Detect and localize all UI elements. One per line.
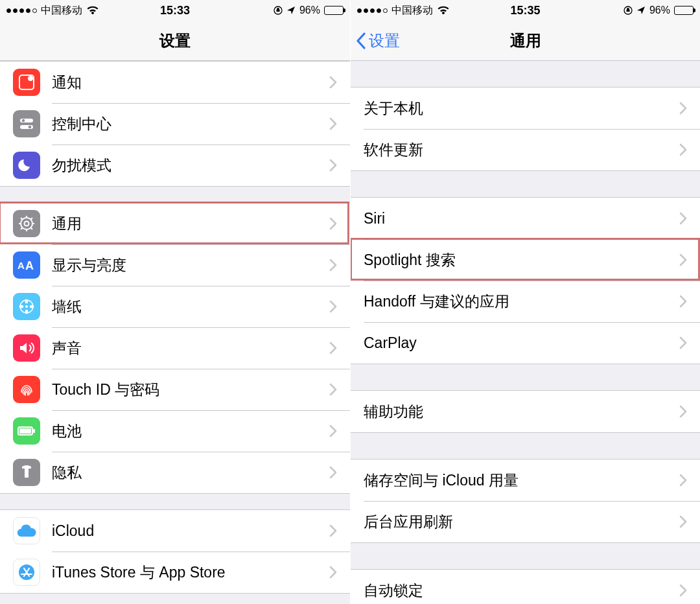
settings-row[interactable]: 辅助功能 xyxy=(351,391,700,432)
clock: 15:35 xyxy=(351,4,700,17)
row-label: 电池 xyxy=(52,421,329,441)
settings-row[interactable]: 控制中心 xyxy=(0,103,350,145)
battery-icon xyxy=(674,6,694,15)
svg-point-24 xyxy=(30,305,34,308)
svg-point-4 xyxy=(22,119,25,122)
chevron-right-icon xyxy=(679,515,687,528)
chevron-right-icon xyxy=(679,405,687,418)
svg-point-22 xyxy=(25,310,29,314)
settings-row[interactable]: iTunes Store 与 App Store xyxy=(0,552,350,593)
row-label: 通知 xyxy=(52,73,329,93)
settings-row[interactable]: 储存空间与 iCloud 用量 xyxy=(351,459,700,501)
settings-row[interactable]: 后台应用刷新 xyxy=(351,501,700,542)
nav-bar: 设置 通用 xyxy=(351,21,700,61)
settings-row[interactable]: AA显示与亮度 xyxy=(0,244,350,286)
general-group: 储存空间与 iCloud 用量后台应用刷新 xyxy=(351,459,700,543)
settings-row[interactable]: 声音 xyxy=(0,327,350,369)
settings-row[interactable]: Handoff 与建议的应用 xyxy=(351,281,700,322)
chevron-right-icon xyxy=(329,524,337,537)
settings-row[interactable]: 通知 xyxy=(0,62,350,103)
chevron-right-icon xyxy=(679,143,687,156)
row-label: 软件更新 xyxy=(364,140,679,160)
settings-group-1: 通知控制中心勿扰模式 xyxy=(0,61,350,187)
row-label: iCloud xyxy=(52,522,329,540)
row-label: 声音 xyxy=(52,338,329,358)
settings-row[interactable]: Spotlight 搜索 xyxy=(351,239,700,281)
phone-general: 中国移动 15:35 96% 设置 通用 关于本机软件更新SiriSpotlig… xyxy=(350,0,700,604)
general-group: 辅助功能 xyxy=(351,390,700,433)
display-icon: AA xyxy=(13,251,40,279)
chevron-right-icon xyxy=(329,342,337,354)
status-bar: 中国移动 15:33 96% xyxy=(0,0,350,21)
settings-row[interactable]: 通用 xyxy=(0,203,350,244)
chevron-right-icon xyxy=(679,584,687,597)
chevron-right-icon xyxy=(329,117,337,130)
row-label: 后台应用刷新 xyxy=(364,512,679,532)
chevron-right-icon xyxy=(679,295,687,308)
row-label: 储存空间与 iCloud 用量 xyxy=(364,470,679,491)
settings-row[interactable]: 勿扰模式 xyxy=(0,145,350,186)
settings-row[interactable]: 墙纸 xyxy=(0,286,350,327)
chevron-right-icon xyxy=(329,159,337,172)
settings-row[interactable]: 电池 xyxy=(0,410,350,452)
chevron-right-icon xyxy=(329,566,337,579)
nav-bar: 设置 xyxy=(0,21,350,61)
general-icon xyxy=(13,210,40,237)
chevron-right-icon xyxy=(679,336,687,349)
chevron-right-icon xyxy=(329,383,337,396)
row-label: Siri xyxy=(364,210,679,227)
chevron-right-icon xyxy=(329,259,337,272)
row-label: 通用 xyxy=(52,214,329,234)
chevron-right-icon xyxy=(679,474,687,487)
clock: 15:33 xyxy=(0,4,350,17)
nav-title: 设置 xyxy=(0,30,350,51)
general-group: SiriSpotlight 搜索Handoff 与建议的应用CarPlay xyxy=(351,197,700,364)
chevron-right-icon xyxy=(329,424,337,437)
battery-icon xyxy=(324,6,344,15)
row-label: Spotlight 搜索 xyxy=(364,250,679,270)
settings-row[interactable]: Siri xyxy=(351,198,700,239)
row-label: Touch ID 与密码 xyxy=(52,380,329,400)
notifications-icon xyxy=(13,69,40,96)
chevron-right-icon xyxy=(329,217,337,230)
svg-line-15 xyxy=(30,218,32,220)
chevron-right-icon xyxy=(329,466,337,479)
phone-settings: 中国移动 15:33 96% 设置 通知控制中心勿扰模式 通用AA显示与亮度墙纸… xyxy=(0,0,350,604)
control-center-icon xyxy=(13,110,40,137)
svg-text:A: A xyxy=(25,259,34,272)
icloud-icon xyxy=(13,517,40,544)
row-label: 控制中心 xyxy=(52,114,329,134)
chevron-right-icon xyxy=(329,300,337,313)
row-label: 墙纸 xyxy=(52,297,329,317)
general-group: 自动锁定 xyxy=(351,569,700,604)
row-label: 隐私 xyxy=(52,463,329,483)
chevron-right-icon xyxy=(679,212,687,225)
appstore-icon xyxy=(13,559,40,586)
svg-point-8 xyxy=(25,222,29,226)
settings-row[interactable]: iCloud xyxy=(0,510,350,552)
settings-group-2: 通用AA显示与亮度墙纸声音Touch ID 与密码电池隐私 xyxy=(0,202,350,494)
svg-line-14 xyxy=(30,227,32,229)
touchid-icon xyxy=(13,376,40,403)
row-label: 勿扰模式 xyxy=(52,156,329,176)
settings-row[interactable]: 隐私 xyxy=(0,452,350,493)
row-label: iTunes Store 与 App Store xyxy=(52,563,329,583)
row-label: 辅助功能 xyxy=(364,402,679,422)
svg-rect-26 xyxy=(19,428,31,434)
settings-row[interactable]: 软件更新 xyxy=(351,129,700,170)
settings-row[interactable]: 自动锁定 xyxy=(351,570,700,604)
svg-text:A: A xyxy=(18,260,25,271)
chevron-right-icon xyxy=(329,76,337,89)
row-label: Handoff 与建议的应用 xyxy=(364,292,679,312)
settings-row[interactable]: 关于本机 xyxy=(351,87,700,129)
privacy-icon xyxy=(13,459,40,486)
row-label: 自动锁定 xyxy=(364,581,679,601)
svg-point-21 xyxy=(25,299,29,304)
svg-point-2 xyxy=(28,76,33,81)
svg-rect-27 xyxy=(33,429,35,433)
svg-point-23 xyxy=(19,305,24,308)
sound-icon xyxy=(13,334,40,362)
settings-row[interactable]: CarPlay xyxy=(351,322,700,364)
svg-point-6 xyxy=(29,126,32,129)
settings-row[interactable]: Touch ID 与密码 xyxy=(0,369,350,410)
